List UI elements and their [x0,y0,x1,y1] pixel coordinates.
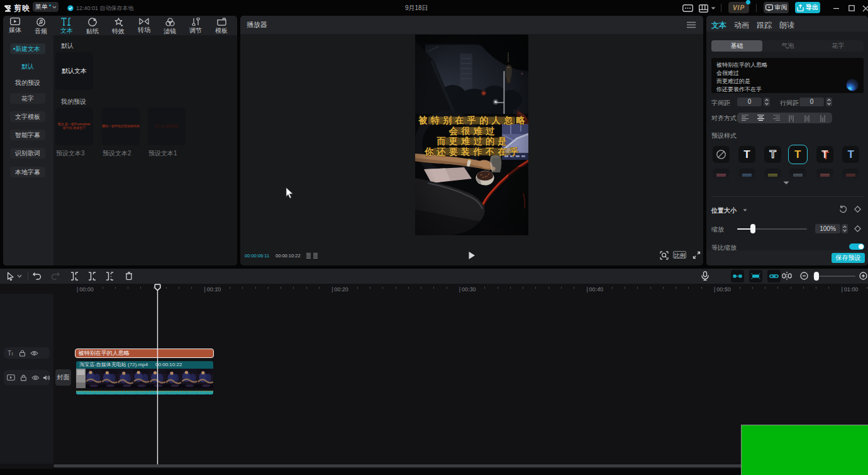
svg-text:最可怕 最难受了: 最可怕 最难受了 [63,126,86,130]
svg-text:你还要装作不在乎: 你还要装作不在乎 [424,147,522,157]
svg-text:哪怕一秒钟也好想你快回来: 哪怕一秒钟也好想你快回来 [102,124,140,128]
svg-text:被特别在乎的人忽略: 被特别在乎的人忽略 [418,115,528,125]
svg-text:而更难过的是: 而更难过的是 [437,136,509,146]
svg-text:没什么| 就是想你: 没什么| 就是想你 [155,124,179,128]
svg-text:会很难过: 会很难过 [448,126,498,136]
